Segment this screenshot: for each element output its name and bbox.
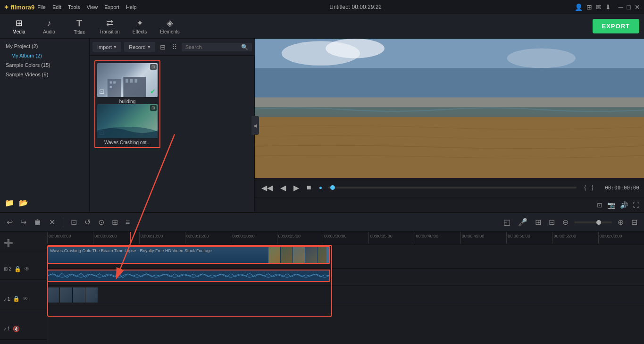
rotate-button[interactable]: ↺ [83, 216, 92, 229]
tree-item-samplecolors[interactable]: Sample Colors (15) [0, 60, 89, 70]
media-item-building[interactable]: ⊞ ⊡ ✔ [97, 63, 158, 104]
lower-clip[interactable] [47, 287, 98, 303]
transitions-tl-icon[interactable]: ⊞ [533, 216, 543, 229]
bracket-in-icon[interactable]: ｛ [580, 183, 587, 192]
timeline-toolbar: ↩ ↪ 🗑 ✕ ⊡ ↺ ⊙ ⊞ ≡ ◱ 🎤 ⊞ ⊟ ⊖ ⊕ ⊟ [0, 213, 644, 232]
fullscreen-icon[interactable]: ⛶ [633, 201, 639, 209]
toolbar-elements[interactable]: ◈ Elements [156, 16, 184, 37]
settings-tl-icon[interactable]: ⊟ [629, 216, 639, 229]
cut-button[interactable]: ✕ [47, 216, 57, 229]
record-button-preview[interactable]: ● [317, 183, 324, 192]
svg-rect-4 [110, 86, 112, 88]
trim-handle-right[interactable] [326, 247, 330, 263]
media-label: Media [12, 29, 25, 34]
snapshot-icon[interactable]: 📷 [607, 201, 615, 209]
pip-icon[interactable]: ⊡ [597, 201, 602, 209]
toolbar-media[interactable]: ⊞ Media [5, 16, 33, 37]
menu-view[interactable]: View [87, 4, 98, 10]
user-icon[interactable]: 👤 [575, 3, 583, 11]
playhead[interactable] [130, 232, 131, 245]
import-dropdown-icon[interactable]: ▾ [114, 44, 117, 50]
media-item-building-label: building [97, 99, 158, 104]
lower-clip-frames [47, 287, 98, 303]
ruler-mark-7: 00:00:35:00 [368, 232, 414, 244]
titles-icon: T [76, 18, 82, 29]
close-btn[interactable]: ✕ [635, 3, 640, 11]
plus-icon[interactable]: ⊕ [616, 216, 626, 229]
color-button[interactable]: ⊙ [96, 216, 106, 229]
media-toolbar: Import ▾ Record ▾ ⊟ ⠿ 🔍 [90, 39, 255, 56]
menu-tools[interactable]: Tools [68, 4, 80, 10]
ruler-mark-4: 00:00:20:00 [231, 232, 276, 244]
view-grid-icon[interactable]: ⠿ [170, 41, 179, 53]
rewind-button[interactable]: ◀◀ [259, 182, 275, 193]
redo-button[interactable]: ↪ [18, 216, 28, 229]
preview-progress-bar[interactable] [328, 187, 577, 188]
media-item-waves[interactable]: ⊞ ⊡ ✔ Waves Crashing ont... [97, 104, 158, 145]
folder-icon[interactable]: 📂 [19, 198, 28, 207]
zoom-handle[interactable] [596, 220, 601, 225]
minimize-btn[interactable]: ─ [619, 3, 623, 11]
stop-button[interactable]: ■ [305, 182, 313, 193]
import-label: Import [97, 44, 112, 50]
preview-progress-handle[interactable] [330, 185, 335, 190]
audio-mix-button[interactable]: ≡ [124, 216, 132, 229]
track2-lock-icon[interactable]: 🔒 [14, 266, 21, 272]
filter-tl-icon[interactable]: ⊟ [547, 216, 557, 229]
tree-item-samplevideos[interactable]: Sample Videos (9) [0, 70, 89, 79]
audio-waveform-clip[interactable] [47, 270, 330, 282]
window-controls[interactable]: 👤 ⊞ ✉ ⬇ ─ □ ✕ [575, 3, 640, 11]
menu-file[interactable]: File [37, 4, 46, 10]
toolbar-transition[interactable]: ⇄ Transition [95, 16, 124, 37]
track1-eye-icon[interactable]: 👁 [23, 295, 28, 302]
stabilize-icon[interactable]: ◱ [502, 216, 512, 229]
panel-collapse-button[interactable]: ◀ [251, 116, 259, 135]
video-clip[interactable]: Waves Crashing Onto The Beach Time Lapse… [47, 246, 330, 264]
add-media-icon[interactable]: ➕ [4, 238, 13, 247]
pip-tl-button[interactable]: ⊞ [110, 216, 120, 229]
main-toolbar: ⊞ Media ♪ Audio T Titles ⇄ Transition ✦ … [0, 14, 644, 39]
timeline-add-row: ➕ [0, 236, 47, 250]
mail-icon[interactable]: ✉ [596, 3, 602, 11]
download-icon[interactable]: ⬇ [605, 3, 611, 11]
tree-item-myproject[interactable]: My Project (2) [0, 41, 89, 51]
maximize-btn[interactable]: □ [627, 3, 631, 11]
menu-bar[interactable]: File Edit Tools View Export Help [37, 4, 136, 10]
ruler-mark-9: 00:00:45:00 [460, 232, 506, 244]
delete-button[interactable]: 🗑 [32, 216, 43, 229]
mic-icon[interactable]: 🎤 [516, 216, 529, 229]
step-back-button[interactable]: ◀ [278, 182, 288, 193]
record-dropdown-icon[interactable]: ▾ [148, 44, 151, 50]
crop-button[interactable]: ⊡ [69, 216, 79, 229]
audio-bottom-icon[interactable]: 🔊 [620, 201, 628, 209]
preview-controls: ◀◀ ◀ ▶ ■ ● ｛ ｝ 00:00:00:00 [255, 178, 644, 197]
toolbar-titles[interactable]: T Titles [65, 16, 93, 37]
search-box[interactable]: 🔍 [182, 43, 252, 51]
add-folder-icon[interactable]: 📁 [5, 198, 14, 207]
import-button[interactable]: Import ▾ [92, 42, 121, 52]
track1a-mute-icon[interactable]: 🔇 [13, 326, 20, 332]
lc-frame-2 [60, 287, 73, 303]
filter-icon[interactable]: ⊟ [158, 41, 167, 53]
toolbar-effects[interactable]: ✦ Effects [125, 16, 154, 37]
separator [63, 218, 63, 227]
menu-export[interactable]: Export [104, 4, 119, 10]
track2-eye-icon[interactable]: 👁 [24, 266, 30, 272]
minus-icon[interactable]: ⊖ [560, 216, 570, 229]
export-button[interactable]: EXPORT [593, 19, 639, 33]
svg-point-12 [326, 39, 385, 58]
record-button[interactable]: Record ▾ [124, 42, 155, 52]
menu-edit[interactable]: Edit [52, 4, 61, 10]
grid-icon[interactable]: ⊞ [586, 3, 592, 11]
search-input[interactable] [185, 44, 241, 50]
zoom-slider[interactable] [574, 221, 612, 223]
track1-lock-icon[interactable]: 🔒 [13, 295, 20, 302]
toolbar-audio[interactable]: ♪ Audio [35, 16, 63, 37]
bracket-out-icon[interactable]: ｝ [591, 183, 597, 192]
left-panel: My Project (2) My Album (2) Sample Color… [0, 39, 255, 212]
menu-help[interactable]: Help [126, 4, 137, 10]
timeline-track1audio-label: ♪ 1 🔇 [0, 318, 47, 340]
undo-button[interactable]: ↩ [5, 216, 15, 229]
tree-item-myalbum[interactable]: My Album (2) [0, 51, 89, 60]
play-button[interactable]: ▶ [292, 182, 301, 193]
